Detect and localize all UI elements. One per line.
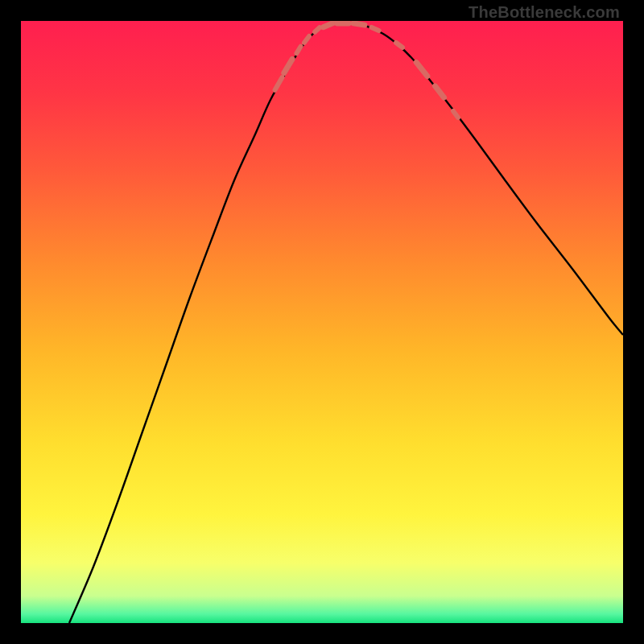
curve-marker: [275, 77, 283, 90]
curve-marker: [371, 27, 378, 31]
curve-marker: [315, 27, 320, 31]
curve-marker: [435, 86, 444, 97]
curve-marker: [304, 36, 309, 43]
curve-marker: [416, 62, 427, 76]
curve-marker: [296, 47, 300, 54]
bottleneck-curve: [21, 21, 623, 623]
curve-marker: [353, 23, 365, 25]
curve-marker: [396, 43, 402, 47]
curve-marker: [324, 23, 334, 27]
curve-markers: [275, 23, 458, 118]
curve-marker: [453, 111, 458, 118]
curve-path: [69, 23, 623, 623]
plot-area: [21, 21, 623, 623]
chart-frame: TheBottleneck.com: [0, 0, 644, 644]
watermark-text: TheBottleneck.com: [469, 3, 620, 22]
curve-marker: [284, 59, 292, 72]
